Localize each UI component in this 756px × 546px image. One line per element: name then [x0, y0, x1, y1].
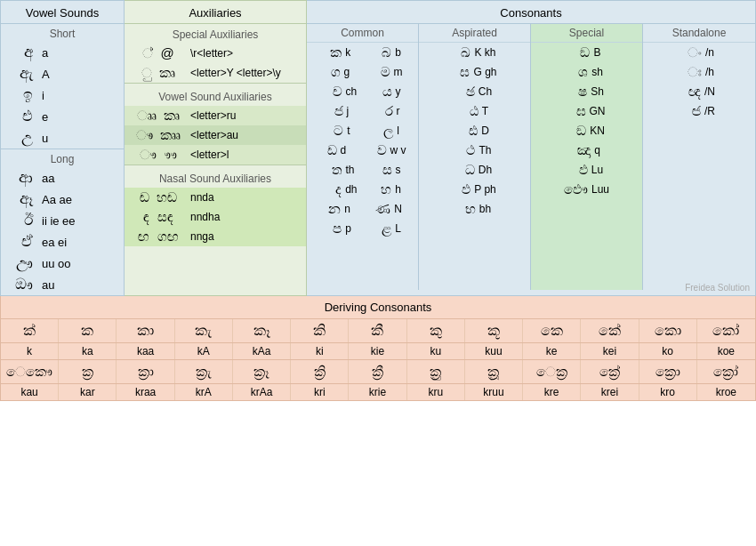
cons-latin: L: [395, 222, 401, 235]
vowel-row: ඇA: [1, 63, 124, 84]
cons-latin: th: [346, 164, 371, 176]
cons-char: ධ: [457, 162, 475, 178]
cons-char: ඦ: [683, 103, 701, 119]
standalone-col: Standalone ං/n ඃ/h ඥ/N ඦ/R: [643, 24, 755, 290]
vowel-latin: e: [42, 110, 48, 124]
cons-latin: n: [344, 203, 369, 215]
vowel-latin: i: [42, 89, 44, 102]
d-cell: ka: [59, 343, 117, 359]
d-cell: kar: [59, 384, 117, 400]
vowel-row: එe: [1, 106, 124, 127]
cons-char: ර: [375, 103, 393, 119]
aux-row: ඳ සඳ nndha: [125, 207, 306, 227]
vowel-latin: Aa ae: [42, 193, 72, 206]
vowel-section: Vowel Sounds Short අa ඇA ඉi එe උu Long ආ…: [0, 0, 125, 296]
d-cell: කු: [407, 319, 465, 342]
vowel-latin: ii ie ee: [42, 214, 76, 228]
cons-row: ඃ/h: [643, 62, 755, 82]
cons-latin: r: [397, 105, 400, 117]
consonants-section: Consonants Common කkබb ගgමm චchයy ජjරr ට…: [307, 0, 756, 296]
vowel-char: ඊ: [12, 212, 33, 229]
cons-latin: bh: [479, 203, 491, 215]
cons-row: ඤාq: [531, 141, 642, 160]
aux-row: ඬ හඬ nnda: [125, 188, 306, 207]
cons-latin: Lu: [591, 164, 603, 176]
aspirated-col: Aspirated ඛK kh ඝG gh ඡCh ඨT ඪD ථTh ධDh …: [419, 24, 531, 290]
vowel-row: ඒea ei: [1, 231, 124, 253]
vowel-aux-header: Vowel Sound Auxiliaries: [125, 83, 306, 106]
common-col: Common කkබb ගgමm චchයy ජjරr ටtලl ඩdවw v …: [307, 24, 419, 290]
cons-latin: N: [394, 203, 402, 215]
d-cell: ක්‍රෝ: [697, 360, 755, 383]
cons-latin: g: [344, 66, 369, 78]
cons-char: ට: [326, 123, 343, 139]
vowel-row: ඉi: [1, 84, 124, 106]
deriving-header: Deriving Consonants: [1, 296, 755, 319]
cons-char: ඵ: [570, 162, 588, 178]
d-cell: ක්‍රූ: [465, 360, 523, 383]
aux-latin: nnga: [190, 230, 214, 243]
d-cell: ක්‍රී: [349, 360, 406, 383]
short-vowels: අa ඇA ඉi එe උu: [1, 42, 124, 149]
long-vowels: ආaa ඈAa ae ඊii ie ee ඒea ei ඌuu oo ඖau: [1, 167, 124, 295]
d-cell: කී: [349, 319, 406, 342]
cons-latin: Ch: [479, 85, 492, 98]
cons-char: ග: [323, 64, 341, 80]
aux-latin: <letter>ru: [190, 109, 236, 122]
d-cell: ක්: [1, 319, 59, 342]
cons-latin: ch: [346, 85, 371, 98]
d-cell: ක්‍රැ: [175, 360, 233, 383]
cons-char: ප: [324, 221, 342, 237]
d-cell: ko: [639, 343, 697, 359]
d-cell: ක්‍රො: [639, 360, 697, 383]
vowel-latin: uu oo: [42, 257, 71, 270]
d-cell: kaa: [117, 343, 174, 359]
d-cell: kri: [291, 384, 349, 400]
deriving-char-row2: ෙකෞ ක්‍ර ක්‍රා ක්‍රැ ක්‍රෑ ක්‍රි ක්‍රී ක…: [1, 360, 755, 384]
d-cell: කො: [639, 319, 697, 342]
cons-char: හ: [374, 181, 391, 197]
common-header: Common: [307, 24, 418, 43]
aux-latin: <letter>l: [190, 149, 229, 161]
cons-row: ං/n: [643, 43, 755, 62]
cons-char: ඩ: [319, 142, 337, 158]
cons-char: ය: [374, 84, 392, 100]
cons-latin: k: [345, 46, 370, 59]
cons-latin: p: [345, 222, 370, 235]
vowel-latin: aa: [42, 172, 54, 185]
cons-latin: Dh: [479, 164, 492, 176]
cons-latin: d: [341, 144, 366, 157]
vowel-char: එ: [12, 108, 33, 125]
cons-char: ද: [324, 181, 342, 197]
cons-char: ම: [373, 64, 390, 80]
cons-char: ක: [324, 44, 342, 60]
cons-char: ඵ: [453, 181, 470, 197]
aspirated-header: Aspirated: [419, 24, 530, 43]
cons-row: ධDh: [419, 160, 530, 180]
aux-char: ෟ ෟෟ: [132, 147, 185, 163]
d-cell: ku: [407, 343, 465, 359]
cons-char: ව: [369, 142, 387, 158]
cons-latin: T: [482, 105, 488, 117]
aux-latin: \r<letter>: [190, 47, 233, 60]
cons-char: ච: [325, 84, 342, 100]
d-cell: කැ: [175, 319, 233, 342]
cons-row: ඥ/N: [643, 82, 755, 101]
cons-row: ජjරr: [307, 101, 418, 121]
aux-char: ඳ සඳ: [132, 209, 185, 225]
cons-char: ණ: [373, 201, 390, 217]
aux-char: ෲ කෘ: [132, 108, 185, 124]
d-cell: kAa: [233, 343, 291, 359]
cons-char: ජ: [326, 103, 343, 119]
cons-latin: P ph: [474, 183, 495, 196]
d-cell: kA: [175, 343, 233, 359]
vowel-char: උ: [12, 129, 33, 147]
vowel-char: ඖ: [12, 276, 33, 293]
deriving-section: Deriving Consonants ක් ක කා කැ කෑ කි කී …: [0, 296, 756, 401]
d-cell: කෑ: [233, 319, 291, 342]
standalone-header: Standalone: [643, 24, 755, 43]
nasal-aux-header: Nasal Sound Auxiliaries: [125, 165, 306, 188]
cons-row: ඨT: [419, 101, 530, 121]
cons-char: ඨ: [461, 103, 479, 119]
cons-char: ෂ: [569, 84, 587, 100]
